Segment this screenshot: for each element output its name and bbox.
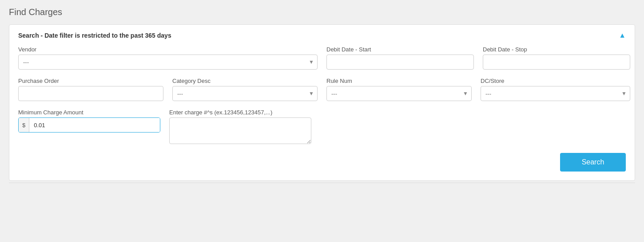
dc-store-select[interactable]: ---: [481, 86, 630, 101]
vendor-select-wrapper: --- ▼: [18, 55, 318, 70]
rule-num-label: Rule Num: [326, 78, 472, 84]
category-desc-group: Category Desc --- ▼: [172, 78, 318, 101]
vendor-label: Vendor: [18, 46, 318, 53]
rule-num-select[interactable]: ---: [326, 86, 472, 101]
category-desc-select[interactable]: ---: [172, 86, 318, 101]
vendor-group: Vendor --- ▼: [18, 46, 318, 70]
category-desc-select-wrapper: --- ▼: [172, 86, 318, 101]
dc-store-group: DC/Store --- ▼: [481, 78, 630, 101]
purchase-order-label: Purchase Order: [18, 78, 163, 84]
min-charge-label: Minimum Charge Amount: [18, 109, 160, 116]
form-row-2: Purchase Order Category Desc --- ▼ Rule …: [18, 78, 626, 101]
dc-store-label: DC/Store: [481, 78, 630, 84]
rule-num-group: Rule Num --- ▼: [326, 78, 472, 101]
category-desc-label: Category Desc: [172, 78, 318, 84]
debit-start-label: Debit Date - Start: [326, 46, 474, 53]
min-charge-group: Minimum Charge Amount $: [18, 109, 160, 133]
collapse-icon[interactable]: ▲: [619, 32, 626, 39]
charge-numbers-label: Enter charge #^s (ex.123456,123457,...): [169, 109, 311, 116]
page-container: Find Charges Search - Date filter is res…: [0, 0, 644, 242]
search-btn-row: Search: [18, 153, 626, 172]
currency-symbol: $: [19, 118, 29, 132]
charge-numbers-textarea[interactable]: [169, 117, 311, 144]
debit-stop-label: Debit Date - Stop: [483, 46, 630, 53]
bottom-divider: [9, 183, 635, 183]
debit-stop-group: Debit Date - Stop: [483, 46, 630, 70]
purchase-order-input[interactable]: [18, 86, 163, 101]
search-panel: Search - Date filter is restricted to th…: [9, 24, 635, 181]
vendor-select[interactable]: ---: [18, 55, 318, 70]
debit-start-input[interactable]: [326, 55, 474, 70]
debit-start-group: Debit Date - Start: [326, 46, 474, 70]
min-charge-wrapper: $: [18, 117, 160, 133]
charge-numbers-group: Enter charge #^s (ex.123456,123457,...): [169, 109, 311, 144]
page-title: Find Charges: [9, 7, 635, 17]
dc-store-select-wrapper: --- ▼: [481, 86, 630, 101]
debit-stop-input[interactable]: [483, 55, 630, 70]
form-row-3: Minimum Charge Amount $ Enter charge #^s…: [18, 109, 626, 144]
panel-header: Search - Date filter is restricted to th…: [18, 32, 626, 39]
panel-title: Search - Date filter is restricted to th…: [18, 32, 171, 39]
form-row-1: Vendor --- ▼ Debit Date - Start Debit Da…: [18, 46, 626, 70]
search-button[interactable]: Search: [560, 153, 626, 172]
rule-num-select-wrapper: --- ▼: [326, 86, 472, 101]
min-charge-input[interactable]: [29, 118, 160, 132]
purchase-order-group: Purchase Order: [18, 78, 163, 101]
